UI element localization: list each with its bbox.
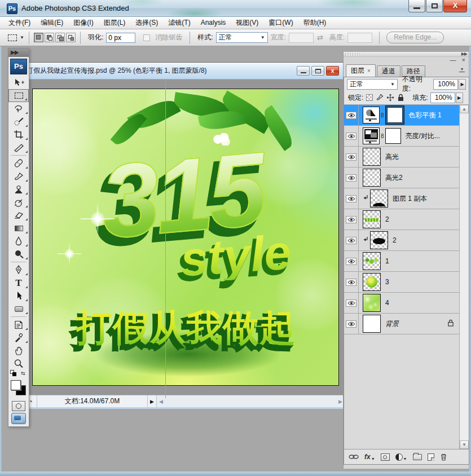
adjustment-thumbnail-brightness-contrast[interactable]	[363, 127, 380, 144]
fill-spinner-icon[interactable]: ▶	[456, 92, 463, 103]
layer-mask-thumbnail[interactable]	[387, 107, 403, 123]
maximize-button[interactable]	[426, 0, 443, 12]
quick-mask-button[interactable]	[12, 401, 25, 411]
layer-row-3[interactable]: 3	[344, 272, 460, 293]
scroll-left-icon[interactable]: ◀	[159, 399, 163, 404]
antialias-checkbox[interactable]	[143, 34, 150, 41]
delete-layer-button[interactable]	[440, 453, 447, 461]
blend-mode-select[interactable]: 正常 ▼	[347, 79, 398, 90]
move-tool[interactable]	[8, 76, 29, 89]
layer-row-4[interactable]: 4	[344, 293, 460, 314]
layer-row-2a[interactable]: 2	[344, 209, 460, 230]
pen-tool[interactable]	[8, 263, 29, 276]
layer-thumbnail[interactable]	[363, 294, 381, 312]
visibility-toggle[interactable]	[344, 293, 359, 313]
menu-window[interactable]: 窗口(W)	[263, 17, 298, 29]
panel-close-icon[interactable]: ×	[462, 56, 465, 63]
mask-link-icon[interactable]: 8	[381, 112, 384, 118]
layer-thumbnail[interactable]	[370, 189, 388, 208]
vertical-guide[interactable]	[165, 80, 166, 398]
blur-tool[interactable]	[8, 235, 29, 248]
visibility-toggle[interactable]	[344, 188, 359, 209]
dodge-burn-tool[interactable]	[8, 248, 29, 261]
visibility-toggle[interactable]	[344, 168, 359, 188]
menu-image[interactable]: 图像(I)	[68, 17, 98, 29]
screen-mode-button[interactable]	[11, 413, 26, 424]
notes-tool[interactable]	[8, 318, 29, 331]
menu-help[interactable]: 帮助(H)	[298, 17, 332, 29]
shape-tool[interactable]	[8, 302, 29, 315]
gradient-tool[interactable]	[8, 222, 29, 235]
layer-row-1[interactable]: 1	[344, 251, 460, 272]
feather-input[interactable]	[106, 33, 135, 43]
zoom-tool[interactable]	[8, 357, 29, 370]
selection-subtract-button[interactable]	[55, 33, 65, 42]
palette-collapse-bar[interactable]: ▶▶	[8, 49, 29, 57]
default-colors-icon[interactable]	[10, 370, 14, 374]
scroll-up-icon[interactable]: ▲	[460, 105, 469, 113]
canvas[interactable]: 315 315 style style 打假从我做起 打假从我做起	[32, 89, 339, 386]
mask-link-icon[interactable]: 8	[381, 133, 384, 139]
opacity-spinner-icon[interactable]: ▶	[459, 79, 466, 90]
lock-position-button[interactable]	[386, 94, 394, 102]
menu-filter[interactable]: 滤镜(T)	[163, 17, 195, 29]
eraser-tool[interactable]	[8, 209, 29, 222]
menu-edit[interactable]: 编辑(E)	[36, 17, 68, 29]
refine-edge-button[interactable]: Refine Edge...	[386, 32, 444, 43]
menu-select[interactable]: 选择(S)	[130, 17, 163, 29]
visibility-toggle[interactable]	[344, 251, 359, 271]
opacity-value[interactable]: 100%	[433, 79, 458, 90]
selection-intersect-button[interactable]	[66, 33, 76, 42]
visibility-toggle[interactable]	[344, 126, 359, 146]
type-tool[interactable]: T	[8, 276, 29, 289]
selection-add-button[interactable]	[45, 33, 54, 42]
layer-thumbnail[interactable]	[370, 231, 388, 249]
eyedropper-tool[interactable]	[8, 331, 29, 344]
layer-thumbnail[interactable]	[363, 252, 381, 270]
rectangular-marquee-tool[interactable]	[8, 89, 29, 102]
layer-row-color-balance[interactable]: 8 色彩平衡 1	[344, 105, 460, 126]
dock-collapse-icon[interactable]: ▶▶	[461, 51, 467, 56]
brush-tool[interactable]	[8, 170, 29, 183]
tab-channels[interactable]: 通道	[377, 65, 400, 77]
visibility-toggle[interactable]	[344, 147, 359, 167]
tool-preset-picker[interactable]: ▼	[8, 34, 24, 41]
panel-minimize-icon[interactable]: —	[450, 56, 456, 63]
doc-close-button[interactable]: x	[326, 66, 339, 76]
visibility-toggle[interactable]	[344, 272, 359, 292]
new-group-button[interactable]	[413, 454, 422, 460]
dock-grip[interactable]: ▶▶	[344, 52, 469, 57]
layer-thumbnail[interactable]	[363, 315, 381, 333]
menu-file[interactable]: 文件(F)	[3, 17, 36, 29]
visibility-toggle[interactable]	[344, 230, 359, 250]
close-button[interactable]: X	[443, 0, 467, 12]
swap-colors-icon[interactable]: ⇆	[21, 371, 25, 376]
add-layer-mask-button[interactable]	[381, 453, 390, 461]
link-layers-button[interactable]	[349, 454, 359, 460]
menu-layer[interactable]: 图层(L)	[99, 17, 131, 29]
horizontal-scrollbar[interactable]: ◀ ▶	[156, 395, 345, 407]
new-adjustment-layer-button[interactable]: ▼	[395, 453, 407, 461]
document-titlebar[interactable]: 打假从我做起宣传海报.psd @ 25% (色彩平衡 1, 图层蒙版/8) x	[24, 63, 345, 80]
lock-pixels-button[interactable]	[376, 94, 384, 102]
layer-row-brightness-contrast[interactable]: 8 亮度/对比...	[344, 126, 460, 147]
panel-menu-icon[interactable]: ▾	[457, 68, 466, 76]
layer-style-button[interactable]: fx▼	[364, 453, 375, 461]
menu-view[interactable]: 视图(V)	[231, 17, 263, 29]
lasso-tool[interactable]	[8, 102, 29, 115]
adjustment-thumbnail-color-balance[interactable]	[363, 107, 380, 124]
lock-transparency-button[interactable]	[366, 94, 373, 101]
layers-scrollbar[interactable]: ▲ ▼	[459, 105, 469, 449]
tab-close-icon[interactable]: ×	[367, 68, 371, 74]
layer-row-background[interactable]: 背景	[344, 314, 460, 334]
layer-thumbnail[interactable]	[363, 148, 381, 166]
doc-minimize-button[interactable]	[297, 66, 310, 76]
visibility-toggle[interactable]	[344, 209, 359, 230]
fill-value[interactable]: 100%	[430, 92, 455, 103]
status-menu-arrow[interactable]: ▶	[147, 395, 156, 407]
lock-all-button[interactable]	[397, 94, 404, 102]
layer-thumbnail[interactable]	[363, 273, 381, 291]
healing-brush-tool[interactable]	[8, 157, 29, 170]
layer-row-highlight[interactable]: 高光	[344, 147, 460, 168]
scroll-down-icon[interactable]: ▼	[460, 440, 469, 449]
